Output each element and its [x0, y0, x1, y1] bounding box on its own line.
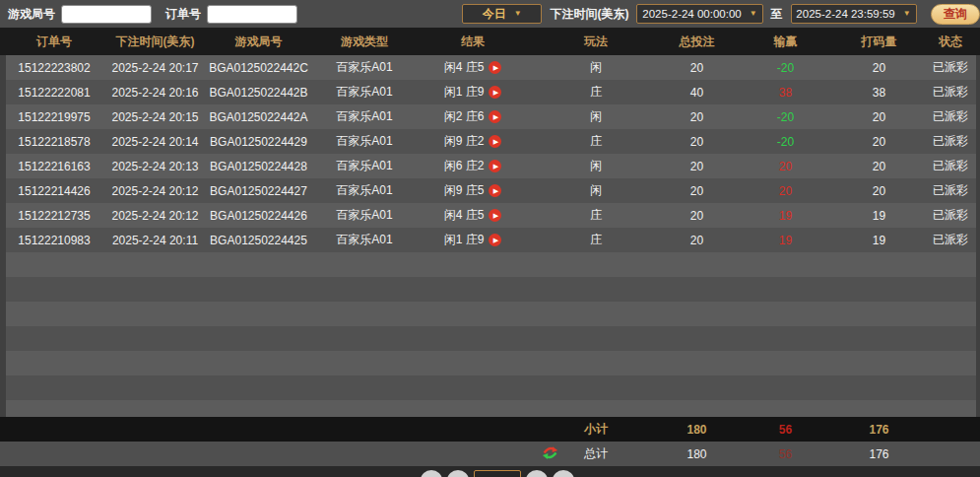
- order-no-input[interactable]: [207, 5, 297, 24]
- cell-winloss: 38: [734, 86, 837, 100]
- result-text: 闲4 庄5: [444, 207, 485, 224]
- play-icon[interactable]: ▶: [489, 135, 501, 148]
- total-label-cell: 总计: [532, 445, 660, 462]
- cell-bet-time: 2025-2-24 20:16: [108, 86, 202, 100]
- result-text: 闲4 庄5: [444, 59, 485, 76]
- empty-row: [0, 400, 980, 417]
- empty-row: [0, 375, 980, 400]
- filter-toolbar: 游戏局号 订单号 今日 ▼ 下注时间(美东) 2025-2-24 00:00:0…: [0, 0, 980, 28]
- cell-play-type: 庄: [532, 133, 660, 150]
- game-round-input[interactable]: [61, 5, 152, 24]
- cell-winloss: -20: [734, 61, 837, 75]
- cell-play-type: 庄: [532, 207, 660, 224]
- col-header-play: 玩法: [532, 34, 660, 50]
- cell-turnover: 20: [837, 61, 921, 75]
- cell-bet-time: 2025-2-24 20:12: [108, 184, 202, 198]
- total-turnover: 176: [837, 447, 921, 461]
- result-text: 闲6 庄2: [444, 158, 485, 174]
- cell-order-no: 15122210983: [0, 234, 108, 247]
- play-icon[interactable]: ▶: [489, 234, 501, 246]
- play-icon[interactable]: ▶: [489, 209, 501, 222]
- cell-game-type: 百家乐A01: [315, 158, 414, 174]
- table-row: 15122222081 2025-2-24 20:16 BGA012502244…: [0, 80, 980, 104]
- cell-status: 已派彩: [921, 133, 980, 150]
- cell-total-bet: 20: [660, 135, 734, 149]
- table-row: 15122212735 2025-2-24 20:12 BGA012502244…: [0, 203, 980, 228]
- cell-total-bet: 20: [660, 184, 734, 198]
- cell-status: 已派彩: [921, 207, 980, 224]
- play-icon[interactable]: ▶: [489, 184, 501, 197]
- pager-current-page-box[interactable]: [474, 470, 521, 477]
- cell-game-round: BGA01250224429: [202, 135, 315, 149]
- col-header-status: 状态: [921, 34, 980, 50]
- cell-turnover: 19: [837, 209, 921, 223]
- cell-game-type: 百家乐A01: [315, 207, 414, 224]
- pager-next-button[interactable]: [526, 470, 548, 477]
- cell-game-type: 百家乐A01: [315, 232, 414, 248]
- cell-game-round: BGA0125022442A: [202, 110, 315, 124]
- query-button[interactable]: 查询: [931, 4, 980, 25]
- play-icon[interactable]: ▶: [489, 160, 501, 172]
- subtotal-label: 小计: [532, 421, 660, 438]
- empty-row: [0, 252, 980, 277]
- start-time-select[interactable]: 2025-2-24 00:00:00 ▼: [636, 4, 762, 24]
- cell-turnover: 20: [837, 110, 921, 124]
- cell-game-round: BGA01250224426: [202, 209, 315, 223]
- cell-winloss: -20: [734, 110, 837, 124]
- cell-status: 已派彩: [921, 232, 980, 248]
- table-row: 15122218578 2025-2-24 20:14 BGA012502244…: [0, 129, 980, 154]
- col-header-type: 游戏类型: [315, 34, 414, 50]
- cell-total-bet: 20: [660, 209, 734, 223]
- date-range-select[interactable]: 今日 ▼: [462, 4, 542, 24]
- chevron-down-icon: ▼: [750, 10, 757, 18]
- cell-bet-time: 2025-2-24 20:12: [108, 209, 202, 223]
- pager-last-button[interactable]: [553, 470, 574, 477]
- cell-result: 闲4 庄5 ▶: [414, 207, 532, 224]
- end-time-select[interactable]: 2025-2-24 23:59:59 ▼: [791, 4, 917, 24]
- to-label: 至: [771, 6, 783, 23]
- date-range-value: 今日: [483, 6, 506, 23]
- cell-turnover: 38: [837, 86, 921, 100]
- cell-game-type: 百家乐A01: [315, 108, 414, 125]
- cell-total-bet: 40: [660, 86, 734, 100]
- cell-order-no: 15122219975: [0, 110, 108, 124]
- cell-status: 已派彩: [921, 158, 980, 174]
- col-header-round: 游戏局号: [202, 34, 315, 50]
- table-row: 15122216163 2025-2-24 20:13 BGA012502244…: [0, 154, 980, 178]
- cell-order-no: 15122212735: [0, 209, 108, 223]
- cell-game-round: BGA01250224427: [202, 184, 315, 198]
- cell-game-type: 百家乐A01: [315, 59, 414, 76]
- cell-bet-time: 2025-2-24 20:17: [108, 61, 202, 75]
- total-label: 总计: [584, 446, 608, 460]
- table-row: 15122219975 2025-2-24 20:15 BGA012502244…: [0, 104, 980, 129]
- result-text: 闲9 庄2: [444, 133, 485, 150]
- cell-game-round: BGA0125022442C: [202, 61, 315, 75]
- cell-result: 闲9 庄2 ▶: [414, 133, 532, 150]
- start-time-value: 2025-2-24 00:00:00: [642, 8, 741, 20]
- subtotal-turnover: 176: [837, 423, 921, 437]
- col-header-winloss: 输赢: [734, 34, 837, 50]
- play-icon[interactable]: ▶: [489, 110, 501, 123]
- cell-play-type: 闲: [532, 108, 660, 125]
- total-row: 总计 180 56 176: [0, 442, 980, 466]
- empty-rows-area: [0, 252, 980, 417]
- cell-result: 闲2 庄6 ▶: [414, 108, 532, 125]
- pager-first-button[interactable]: [421, 470, 442, 477]
- cell-bet-time: 2025-2-24 20:13: [108, 160, 202, 173]
- cell-bet-time: 2025-2-24 20:14: [108, 135, 202, 149]
- cell-turnover: 20: [837, 160, 921, 173]
- cell-turnover: 20: [837, 135, 921, 149]
- play-icon[interactable]: ▶: [489, 86, 501, 99]
- empty-row: [0, 351, 980, 375]
- pager-prev-button[interactable]: [447, 470, 469, 477]
- cell-winloss: 20: [734, 184, 837, 198]
- cell-result: 闲1 庄9 ▶: [414, 232, 532, 248]
- cell-order-no: 15122222081: [0, 86, 108, 100]
- cell-result: 闲9 庄5 ▶: [414, 182, 532, 199]
- cell-play-type: 庄: [532, 232, 660, 248]
- cell-winloss: 19: [734, 209, 837, 223]
- cell-game-type: 百家乐A01: [315, 84, 414, 101]
- play-icon[interactable]: ▶: [489, 61, 501, 74]
- table-row: 15122214426 2025-2-24 20:12 BGA012502244…: [0, 178, 980, 203]
- refresh-icon[interactable]: [542, 445, 558, 462]
